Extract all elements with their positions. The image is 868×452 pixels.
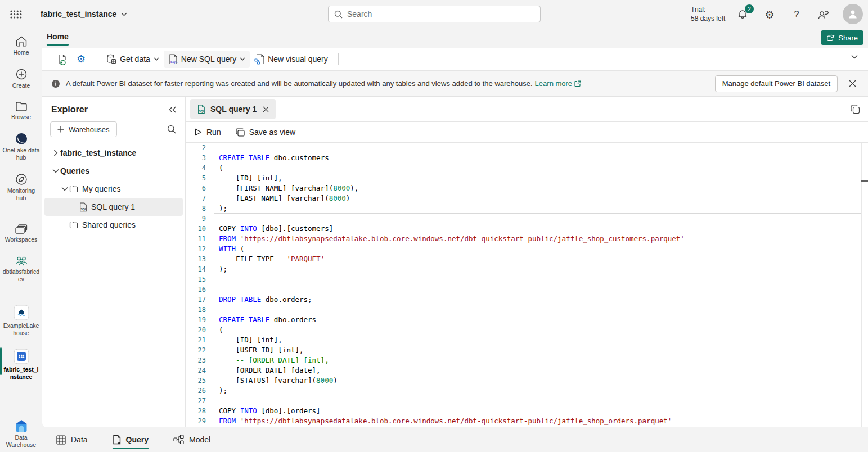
line-number: 28 (186, 406, 206, 416)
tree-item-label: Queries (60, 166, 89, 175)
rail-item-label: Browse (11, 114, 31, 121)
tree-item-my-queries[interactable]: My queries (44, 180, 183, 198)
rail-item-onelake-data-hub[interactable]: OneLake data hub (0, 133, 42, 161)
add-warehouses-button[interactable]: Warehouses (50, 121, 117, 137)
rail-item-fabric-test-instance[interactable]: fabric_test_instance (0, 349, 42, 381)
code-line-3[interactable]: 3CREATE TABLE dbo.customers (186, 153, 868, 163)
code-line-27[interactable]: 27 (186, 396, 868, 406)
code-text: ); (219, 204, 227, 214)
code-line-19[interactable]: 19CREATE TABLE dbo.orders (186, 315, 868, 325)
code-line-25[interactable]: 25 [STATUS] [varchar](8000) (186, 376, 868, 386)
code-line-4[interactable]: 4( (186, 163, 868, 173)
code-line-11[interactable]: 11FROM 'https://dbtlabsynapsedatalake.bl… (186, 234, 868, 244)
manage-default-dataset-button[interactable]: Manage default Power BI dataset (715, 75, 838, 92)
explorer-search-icon[interactable] (167, 125, 176, 134)
query-tab[interactable]: SQL SQL query 1 (190, 99, 276, 119)
code-line-16[interactable]: 16 (186, 284, 868, 295)
view-tab-model[interactable]: Model (173, 427, 210, 452)
workspace-switcher[interactable]: fabric_test_instance (41, 10, 127, 19)
code-line-5[interactable]: 5 [ID] [int], (186, 173, 868, 183)
code-text: CREATE TABLE dbo.orders (219, 315, 316, 325)
visual-query-icon (254, 54, 264, 65)
trial-days-left: 58 days left (691, 14, 725, 23)
rail-item-dbtlabsfabricdev[interactable]: dbtlabsfabricdev (0, 255, 42, 283)
view-tab-query[interactable]: Query (113, 427, 149, 452)
tree-item-fabric-test-instance[interactable]: fabric_test_instance (44, 144, 183, 162)
code-line-6[interactable]: 6 [FIRST_NAME] [varchar](8000), (186, 183, 868, 193)
code-line-21[interactable]: 21 [ID] [int], (186, 335, 868, 345)
report-refresh-icon (57, 54, 68, 65)
code-line-12[interactable]: 12WITH ( (186, 244, 868, 254)
code-line-15[interactable]: 15 (186, 274, 868, 284)
code-line-23[interactable]: 23 -- [ORDER_DATE] [int], (186, 355, 868, 365)
chevron-down-icon[interactable] (60, 187, 69, 191)
code-line-2[interactable]: 2 (186, 143, 868, 153)
tree-item-label: fabric_test_instance (60, 148, 136, 157)
copy-icon[interactable] (851, 105, 860, 114)
code-line-17[interactable]: 17DROP TABLE dbo.orders; (186, 295, 868, 305)
global-search[interactable] (328, 6, 541, 22)
tab-home[interactable]: Home (47, 30, 69, 43)
rail-item-browse[interactable]: Browse (0, 101, 42, 121)
code-line-14[interactable]: 14); (186, 264, 868, 274)
query-settings-button[interactable]: ⚙ (72, 49, 90, 69)
code-text: ); (219, 264, 227, 274)
app-launcher-icon[interactable] (3, 0, 28, 28)
sqldoc-icon: SQL (78, 202, 87, 212)
ribbon-collapse-icon[interactable] (851, 55, 858, 59)
query-panel: SQL SQL query 1 Run (186, 97, 868, 427)
rail-item-home[interactable]: Home (0, 35, 42, 56)
code-text: -- [ORDER_DATE] [int], (219, 355, 329, 365)
code-line-22[interactable]: 22 [USER_ID] [int], (186, 345, 868, 355)
code-line-29[interactable]: 29FROM 'https://dbtlabsynapsedatalake.bl… (186, 416, 868, 426)
chevron-down-icon (240, 57, 245, 61)
run-button[interactable]: Run (195, 128, 221, 137)
share-button[interactable]: Share (821, 30, 863, 45)
code-line-26[interactable]: 26); (186, 386, 868, 396)
tree-item-sql-query-1[interactable]: SQLSQL query 1 (44, 198, 183, 216)
code-text: [ID] [int], (219, 335, 282, 345)
tree-item-shared-queries[interactable]: Shared queries (44, 216, 183, 234)
code-text: [ORDER_DATE] [date], (219, 365, 321, 376)
new-sql-query-button[interactable]: SQL New SQL query (164, 51, 250, 68)
feedback-icon[interactable] (816, 7, 831, 22)
rail-item-create[interactable]: Create (0, 68, 42, 89)
code-line-13[interactable]: 13 FILE_TYPE = 'PARQUET' (186, 254, 868, 264)
rail-item-examplelakehouse[interactable]: ExampleLakehouse (0, 305, 42, 337)
code-line-24[interactable]: 24 [ORDER_DATE] [date], (186, 365, 868, 376)
settings-icon[interactable]: ⚙ (762, 7, 777, 22)
rail-item-label: ExampleLakehouse (2, 322, 41, 337)
line-number: 16 (186, 284, 206, 295)
notifications-button[interactable]: 2 (735, 7, 750, 22)
code-line-9[interactable]: 9 (186, 214, 868, 224)
line-number: 11 (186, 234, 206, 244)
code-line-10[interactable]: 10COPY INTO [dbo].[customers] (186, 224, 868, 234)
code-line-7[interactable]: 7 [LAST_NAME] [varchar](8000) (186, 193, 868, 204)
code-line-28[interactable]: 28COPY INTO [dbo].[orders] (186, 406, 868, 416)
rail-item-data-warehouse[interactable]: Data Warehouse (0, 419, 42, 449)
code-line-18[interactable]: 18 (186, 305, 868, 315)
rail-item-workspaces[interactable]: Workspaces (0, 224, 42, 243)
search-input[interactable] (347, 10, 534, 19)
avatar[interactable] (843, 4, 863, 24)
code-line-8[interactable]: 8); (186, 204, 868, 214)
banner-close-icon[interactable] (845, 77, 859, 91)
new-visual-query-button[interactable]: New visual query (250, 51, 332, 68)
help-icon[interactable]: ? (789, 7, 804, 22)
get-data-button[interactable]: Get data (102, 51, 164, 67)
svg-text:SQL: SQL (199, 110, 205, 113)
sql-code-editor[interactable]: 23CREATE TABLE dbo.customers4(5 [ID] [in… (186, 143, 868, 427)
view-tab-data[interactable]: Data (56, 427, 88, 452)
tree-item-queries[interactable]: Queries (44, 162, 183, 180)
save-as-view-button[interactable]: Save as view (236, 128, 295, 137)
rail-item-monitoring-hub[interactable]: Monitoring hub (0, 173, 42, 202)
close-tab-icon[interactable] (262, 105, 270, 114)
learn-more-link[interactable]: Learn more (535, 79, 581, 88)
collapse-panel-icon[interactable] (169, 106, 176, 113)
chevron-right-icon[interactable] (51, 150, 60, 156)
view-tab-label: Model (189, 435, 210, 444)
explorer-title: Explorer (51, 105, 88, 115)
new-report-button[interactable] (52, 51, 72, 68)
code-line-20[interactable]: 20( (186, 325, 868, 335)
chevron-down-icon[interactable] (51, 169, 60, 173)
